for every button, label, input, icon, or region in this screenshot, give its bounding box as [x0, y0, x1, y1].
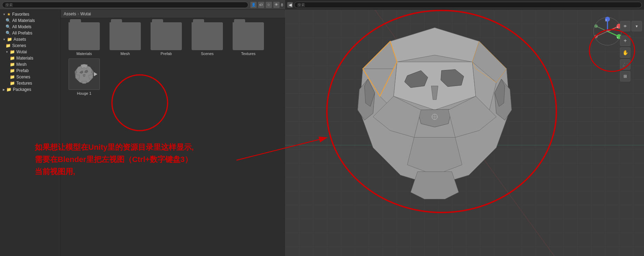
assets-folder-icon: 📁: [7, 37, 12, 42]
file-item-houge1[interactable]: Houge 1: [65, 59, 103, 95]
zoom-btn[interactable]: +: [620, 36, 630, 46]
svg-text:X: X: [617, 26, 619, 29]
tag-icon[interactable]: 🏷: [258, 2, 264, 8]
scenes-sub-folder-icon: 📁: [10, 75, 15, 79]
sidebar-prefab-label: Prefab: [16, 68, 29, 73]
sidebar-textures-label: Textures: [16, 81, 32, 86]
sidebar-item-prefab[interactable]: 📁 Prefab: [0, 68, 61, 74]
svg-marker-3: [83, 74, 85, 77]
sidebar-item-all-models[interactable]: 🔍 All Models: [0, 24, 61, 30]
folder-thumb-materials: [69, 22, 100, 50]
eye-icon[interactable]: 👁: [273, 2, 280, 8]
toolbar-icons: 👤 🏷 ☆ 👁 8: [250, 2, 283, 8]
view-mode-btn[interactable]: ▼: [631, 21, 642, 31]
collapse-icon[interactable]: ◀: [287, 2, 293, 8]
scenes-folder-icon: 📁: [6, 43, 11, 48]
star-icon: ★: [7, 12, 11, 17]
svg-marker-9: [82, 81, 87, 84]
main-area: ▼ ★ Favorites 🔍 All Materials 🔍 All Mode…: [0, 10, 285, 256]
sidebar-item-mesh[interactable]: 📁 Mesh: [0, 61, 61, 68]
wutai-folder-icon: 📁: [10, 49, 15, 54]
monkey-model-svg: [72, 62, 96, 86]
top-right-tools: 👁 ▼: [620, 21, 642, 31]
sidebar-favorites-label: Favorites: [12, 12, 29, 17]
sidebar-all-prefabs-label: All Prefabs: [12, 31, 32, 36]
sidebar-item-scenes-sub[interactable]: 📁 Scenes: [0, 74, 61, 80]
file-item-prefab[interactable]: Prefab: [147, 22, 185, 56]
sidebar-item-favorites[interactable]: ▼ ★ Favorites: [0, 11, 61, 17]
sidebar-all-models-label: All Models: [12, 24, 31, 29]
breadcrumb-wutai[interactable]: Wutai: [80, 11, 91, 16]
folder-thumb-mesh: [110, 22, 141, 50]
3d-model-svg: [313, 14, 556, 233]
file-item-materials[interactable]: Materials: [65, 22, 103, 56]
sidebar-item-scenes-top[interactable]: 📁 Scenes: [0, 42, 61, 49]
svg-text:Y: Y: [617, 36, 619, 39]
search-input[interactable]: [2, 2, 248, 8]
viewport-search-input[interactable]: [294, 2, 642, 8]
folder-thumb-prefab: [151, 22, 182, 50]
wutai-arrow-icon: ▼: [6, 51, 8, 54]
search-icon-models: 🔍: [6, 24, 11, 29]
camera-btn[interactable]: 🎥: [620, 59, 630, 70]
mesh-folder-icon: 📁: [10, 62, 15, 67]
view-options-btn[interactable]: 👁: [620, 21, 630, 31]
packages-folder-icon: 📁: [6, 87, 11, 92]
breadcrumb: Assets › Wutai: [61, 10, 285, 18]
breadcrumb-separator: ›: [78, 11, 79, 16]
file-item-scenes[interactable]: Scenes: [188, 22, 226, 56]
arrow-icon: ▼: [3, 13, 6, 16]
sidebar-item-all-prefabs[interactable]: 🔍 All Prefabs: [0, 30, 61, 36]
sidebar-item-materials[interactable]: 📁 Materials: [0, 55, 61, 61]
file-label-materials: Materials: [77, 52, 92, 56]
assets-arrow-icon: ▼: [3, 38, 6, 41]
sidebar-materials-label: Materials: [16, 56, 33, 61]
sidebar-item-assets[interactable]: ▼ 📁 Assets: [0, 36, 61, 42]
model-thumb-houge1: [69, 59, 100, 90]
gizmo-svg: X Y Z: [592, 16, 623, 47]
top-toolbar: 👤 🏷 ☆ 👁 8: [0, 0, 285, 10]
right-tools: 👁 ▼ + ✋ 🎥 ⊞: [620, 21, 642, 82]
sidebar-mesh-label: Mesh: [16, 62, 26, 67]
sidebar-item-packages[interactable]: ▶ 📁 Packages: [0, 86, 61, 93]
file-label-prefab: Prefab: [161, 52, 172, 56]
sidebar-item-all-materials[interactable]: 🔍 All Materials: [0, 17, 61, 24]
sidebar-wutai-label: Wutai: [16, 49, 27, 54]
sidebar-assets-label: Assets: [14, 37, 26, 42]
star-toolbar-icon[interactable]: ☆: [266, 2, 272, 8]
badge-number: 8: [281, 3, 283, 7]
file-label-mesh: Mesh: [121, 52, 130, 56]
packages-arrow-icon: ▶: [3, 88, 5, 91]
sidebar: ▼ ★ Favorites 🔍 All Materials 🔍 All Mode…: [0, 10, 61, 256]
file-label-scenes: Scenes: [201, 52, 214, 56]
sidebar-packages-label: Packages: [13, 87, 31, 92]
textures-folder-icon: 📁: [10, 81, 15, 86]
svg-point-48: [594, 35, 598, 38]
gizmo-container: X Y Z: [592, 16, 623, 47]
search-icon-materials: 🔍: [6, 18, 11, 23]
svg-point-50: [594, 24, 598, 28]
folder-thumb-scenes: [192, 22, 223, 50]
hand-btn[interactable]: ✋: [620, 47, 630, 58]
content-area: Assets › Wutai Materials: [61, 10, 285, 256]
sidebar-item-wutai[interactable]: ▼ 📁 Wutai: [0, 49, 61, 55]
left-panel: 👤 🏷 ☆ 👁 8 ▼ ★ Favorites 🔍 All Materials …: [0, 0, 285, 256]
file-label-houge1: Houge 1: [77, 91, 91, 95]
materials-folder-icon: 📁: [10, 56, 15, 61]
folder-thumb-textures: [233, 22, 264, 50]
file-item-mesh[interactable]: Mesh: [106, 22, 144, 56]
file-label-textures: Textures: [241, 52, 256, 56]
sidebar-item-textures[interactable]: 📁 Textures: [0, 80, 61, 86]
file-item-textures[interactable]: Textures: [229, 22, 267, 56]
search-icon-prefabs: 🔍: [6, 31, 11, 36]
svg-text:Z: Z: [605, 19, 607, 22]
breadcrumb-assets[interactable]: Assets: [64, 11, 76, 16]
viewport-toolbar: ◀: [285, 0, 644, 10]
sidebar-scenes-label: Scenes: [12, 43, 26, 48]
grid-btn[interactable]: ⊞: [620, 71, 630, 82]
people-icon[interactable]: 👤: [250, 2, 257, 8]
right-panel: ◀: [285, 0, 644, 256]
svg-marker-6: [81, 64, 88, 68]
svg-marker-31: [411, 172, 459, 199]
sidebar-all-materials-label: All Materials: [12, 18, 35, 23]
